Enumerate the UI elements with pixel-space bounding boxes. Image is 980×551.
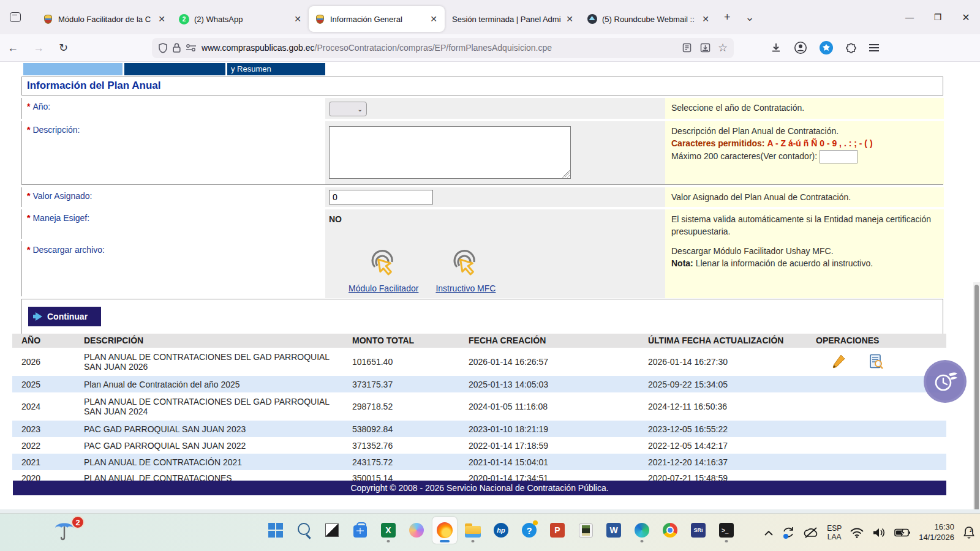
- modulo-facilitador-link[interactable]: Módulo Facilitador: [349, 283, 418, 293]
- modulo-facilitador-download[interactable]: Módulo Facilitador: [349, 249, 418, 293]
- instructivo-mfc-download[interactable]: Instructivo MFC: [435, 249, 496, 293]
- arrow-right-icon: [36, 312, 42, 321]
- row-descripcion: *Descripción: Descripción del Plan Anual…: [21, 121, 943, 185]
- cell-actualizado: 2022-12-05 14:42:17: [639, 438, 807, 453]
- hp-button[interactable]: hp: [489, 517, 513, 544]
- col-ultima-fecha: ÚLTIMA FECHA ACTUALIZACIÓN: [639, 335, 807, 345]
- close-tab-icon[interactable]: ✕: [292, 13, 304, 25]
- file-explorer-button[interactable]: [461, 517, 485, 544]
- char-counter-input[interactable]: [820, 150, 858, 163]
- page-tab-resumen[interactable]: y Resumen: [227, 63, 325, 75]
- extensions-puzzle-icon[interactable]: [845, 42, 857, 54]
- valor-input-cell: [325, 187, 665, 207]
- floating-clock-widget[interactable]: [924, 360, 967, 403]
- menu-hamburger-icon[interactable]: [869, 44, 879, 51]
- anio-label-cell: *Año:: [22, 98, 325, 119]
- close-tab-icon[interactable]: ✕: [428, 13, 440, 25]
- image-app-button[interactable]: [573, 517, 598, 544]
- reader-mode-icon[interactable]: [682, 43, 692, 53]
- instructivo-mfc-link[interactable]: Instructivo MFC: [435, 283, 496, 293]
- image-app-icon: [579, 523, 593, 538]
- page-nav-tabs: y Resumen: [23, 63, 325, 75]
- continuar-button[interactable]: Continuar: [28, 307, 101, 326]
- weather-widget[interactable]: 2: [54, 518, 85, 547]
- firefox-button[interactable]: [432, 517, 457, 544]
- url-text[interactable]: www.compraspublicas.gob.ec/ProcesoContra…: [202, 43, 682, 53]
- descripcion-textarea[interactable]: [329, 126, 571, 179]
- notification-badge: 2: [71, 515, 85, 529]
- anio-help: Seleccione el año de Contratación.: [665, 98, 944, 119]
- forward-icon[interactable]: →: [26, 38, 51, 58]
- chrome-button[interactable]: [658, 517, 682, 544]
- restore-button[interactable]: ❐: [924, 0, 952, 34]
- toolbar-right-icons: [771, 41, 879, 54]
- permissions-icon[interactable]: [186, 44, 197, 51]
- table-row: 2021 PLAN ANUAL DE CONTRATACIÓN 2021 243…: [12, 454, 946, 470]
- tab-informacion-general[interactable]: Información General ✕: [309, 6, 445, 32]
- page-tab-light[interactable]: [23, 63, 123, 75]
- descargar-links-cell: Módulo Facilitador Instructivo MFC: [325, 241, 665, 298]
- descargar-help: Descargar Módulo Facilitador Ushay MFC. …: [665, 241, 944, 298]
- shield-icon[interactable]: [158, 43, 168, 53]
- tab-panel-admin[interactable]: Sesión terminada | Panel Admi ✕: [445, 6, 581, 32]
- back-icon[interactable]: ←: [0, 38, 26, 58]
- tray-chevron-icon[interactable]: [764, 530, 773, 536]
- close-tab-icon[interactable]: ✕: [564, 13, 576, 25]
- valor-input[interactable]: [329, 190, 433, 204]
- cell-year: 2023: [12, 422, 75, 437]
- tab-modulo-facilitador[interactable]: Módulo Facilitador de la C ✕: [37, 6, 173, 32]
- minimize-button[interactable]: —: [895, 0, 924, 34]
- sidebar-tabs-icon[interactable]: [5, 7, 26, 28]
- edit-pencil-icon[interactable]: [831, 354, 846, 370]
- descripcion-help: Descripción del Plan Anual de Contrataci…: [665, 121, 944, 184]
- word-button[interactable]: W: [601, 517, 626, 544]
- browser-tab-bar: Módulo Facilitador de la C ✕ 2 (2) Whats…: [0, 0, 980, 34]
- page-tab-dark[interactable]: [124, 63, 225, 75]
- lock-icon[interactable]: [173, 43, 181, 53]
- start-button[interactable]: [263, 517, 288, 544]
- list-tabs-chevron-icon[interactable]: ⌄: [738, 8, 762, 26]
- edge-button[interactable]: [630, 517, 654, 544]
- notification-bell-icon[interactable]: z: [963, 526, 975, 539]
- anio-select[interactable]: ⌄: [329, 102, 367, 116]
- sri-button[interactable]: SRi: [686, 517, 710, 544]
- wifi-icon[interactable]: [850, 528, 864, 538]
- close-window-button[interactable]: ✕: [952, 0, 980, 34]
- clock[interactable]: 16:3014/1/2026: [919, 522, 954, 543]
- excel-icon: X: [381, 523, 396, 538]
- reload-icon[interactable]: ↻: [51, 37, 75, 58]
- bookmark-star-icon[interactable]: ☆: [718, 41, 728, 54]
- copilot-button[interactable]: [404, 517, 429, 544]
- col-operaciones: OPERACIONES: [807, 335, 946, 345]
- task-view-button[interactable]: [320, 517, 344, 544]
- save-page-icon[interactable]: [700, 43, 710, 53]
- new-tab-button[interactable]: +: [717, 9, 738, 26]
- cloud-off-icon[interactable]: [804, 527, 818, 538]
- search-button[interactable]: [292, 517, 316, 544]
- downloads-icon[interactable]: [771, 42, 782, 53]
- url-bar[interactable]: www.compraspublicas.gob.ec/ProcesoContra…: [152, 38, 734, 58]
- sync-icon[interactable]: [782, 526, 795, 539]
- whatsapp-badge-icon: 2: [179, 14, 189, 24]
- battery-icon[interactable]: [894, 528, 910, 537]
- terminal-button[interactable]: >_: [714, 517, 739, 544]
- cell-year: 2024: [12, 399, 75, 414]
- close-tab-icon[interactable]: ✕: [156, 13, 168, 25]
- powerpoint-button[interactable]: P: [545, 517, 570, 544]
- help-notification-dot: [533, 520, 538, 525]
- tab-whatsapp[interactable]: 2 (2) WhatsApp ✕: [173, 6, 309, 32]
- help-button[interactable]: ?: [517, 517, 541, 544]
- excel-button[interactable]: X: [376, 517, 401, 544]
- windows-logo-icon: [268, 523, 283, 538]
- firefox-extension-icon[interactable]: [820, 41, 833, 54]
- account-icon[interactable]: [794, 41, 807, 54]
- volume-icon[interactable]: [872, 527, 886, 538]
- close-tab-icon[interactable]: ✕: [699, 13, 712, 25]
- language-indicator[interactable]: ESPLAA: [827, 524, 842, 542]
- system-tray: ESPLAA 16:3014/1/2026 z: [764, 514, 975, 551]
- view-document-icon[interactable]: [869, 354, 884, 370]
- tab-roundcube[interactable]: (5) Roundcube Webmail :: ✕: [581, 6, 717, 32]
- cell-actualizado: 2023-12-05 16:55:22: [639, 422, 807, 437]
- microsoft-store-button[interactable]: [348, 517, 372, 544]
- resize-grip-icon[interactable]: [562, 170, 570, 178]
